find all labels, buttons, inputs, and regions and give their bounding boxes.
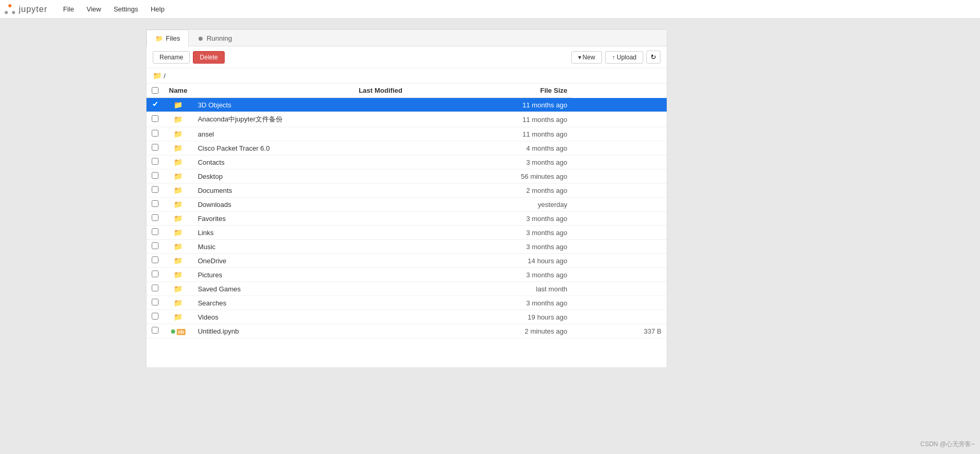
table-row[interactable]: nbUntitled.ipynb2 minutes ago337 B (146, 324, 667, 338)
row-modified-cell: 11 months ago (408, 98, 572, 112)
table-row[interactable]: 📁Cisco Packet Tracer 6.04 months ago (146, 141, 667, 155)
row-checkbox[interactable] (152, 186, 158, 193)
row-icon-cell: 📁 (164, 296, 192, 310)
file-list-body: 📁3D Objects11 months ago📁Anaconda中jupyte… (146, 98, 667, 338)
row-checkbox-cell (146, 183, 164, 198)
row-modified-cell: 3 months ago (408, 226, 572, 240)
top-bar: jupyter FileViewSettingsHelp (0, 0, 980, 19)
row-modified-cell: yesterday (408, 198, 572, 212)
menu-item-help[interactable]: Help (145, 3, 170, 15)
row-name-cell: Favorites (192, 212, 408, 226)
row-checkbox[interactable] (152, 101, 158, 107)
new-label: New (583, 54, 595, 61)
row-checkbox-cell (146, 141, 164, 155)
table-header-row: Name Last Modified File Size (146, 83, 667, 98)
row-checkbox[interactable] (152, 214, 158, 221)
file-name: Favorites (198, 215, 225, 223)
table-row[interactable]: 📁ansel11 months ago (146, 127, 667, 141)
row-checkbox[interactable] (152, 172, 158, 179)
row-checkbox[interactable] (152, 242, 158, 249)
row-checkbox-cell (146, 282, 164, 296)
delete-button[interactable]: Delete (193, 51, 225, 64)
folder-icon: 📁 (174, 299, 182, 307)
row-checkbox[interactable] (152, 271, 158, 277)
menu-item-view[interactable]: View (81, 3, 106, 15)
folder-icon: 📁 (174, 172, 182, 180)
row-checkbox[interactable] (152, 327, 158, 334)
folder-icon: 📁 (174, 313, 182, 321)
row-name-cell: Downloads (192, 198, 408, 212)
new-button[interactable]: ▾ New (571, 51, 602, 64)
row-name-cell: Searches (192, 296, 408, 310)
table-row[interactable]: 📁Links3 months ago (146, 226, 667, 240)
file-name: Downloads (198, 201, 231, 208)
row-name-cell: OneDrive (192, 254, 408, 268)
header-name[interactable]: Name (164, 83, 192, 98)
row-checkbox[interactable] (152, 158, 158, 165)
row-size-cell (572, 226, 667, 240)
row-checkbox[interactable] (152, 285, 158, 291)
row-checkbox[interactable] (152, 256, 158, 263)
table-row[interactable]: 📁Desktop56 minutes ago (146, 169, 667, 183)
tab-files[interactable]: 📁 Files (146, 30, 189, 46)
table-row[interactable]: 📁Downloadsyesterday (146, 198, 667, 212)
header-last-modified[interactable]: Last Modified (192, 83, 408, 98)
select-all-checkbox[interactable] (152, 87, 158, 94)
menu-item-file[interactable]: File (58, 3, 79, 15)
row-size-cell (572, 282, 667, 296)
table-row[interactable]: 📁Documents2 months ago (146, 183, 667, 198)
row-size-cell (572, 254, 667, 268)
breadcrumb-path: / (164, 72, 166, 80)
file-name: Cisco Packet Tracer 6.0 (198, 144, 270, 152)
row-modified-cell: 11 months ago (408, 112, 572, 127)
table-row[interactable]: 📁Saved Gameslast month (146, 282, 667, 296)
table-row[interactable]: 📁Videos19 hours ago (146, 310, 667, 324)
menu-item-settings[interactable]: Settings (108, 3, 143, 15)
tab-running[interactable]: ⏺ Running (189, 30, 240, 46)
row-name-cell: Pictures (192, 268, 408, 282)
folder-icon: 📁 (174, 101, 182, 109)
table-row[interactable]: 📁Anaconda中jupyter文件备份11 months ago (146, 112, 667, 127)
row-size-cell (572, 155, 667, 169)
row-checkbox[interactable] (152, 130, 158, 137)
refresh-button[interactable]: ↻ (646, 51, 660, 64)
row-modified-cell: 3 months ago (408, 268, 572, 282)
row-checkbox-cell (146, 169, 164, 183)
row-name-cell: 3D Objects (192, 98, 408, 112)
row-size-cell (572, 212, 667, 226)
row-name-cell: Cisco Packet Tracer 6.0 (192, 141, 408, 155)
logo-area: jupyter (4, 4, 47, 15)
table-row[interactable]: 📁Pictures3 months ago (146, 268, 667, 282)
jupyter-logo-icon (4, 4, 16, 15)
row-name-cell: Videos (192, 310, 408, 324)
file-name: Saved Games (198, 285, 240, 293)
table-row[interactable]: 📁Favorites3 months ago (146, 212, 667, 226)
row-size-cell (572, 296, 667, 310)
row-checkbox[interactable] (152, 313, 158, 320)
row-modified-cell: 56 minutes ago (408, 169, 572, 183)
file-name: Anaconda中jupyter文件备份 (198, 115, 283, 123)
row-checkbox[interactable] (152, 200, 158, 207)
folder-icon: 📁 (174, 242, 182, 251)
row-size-cell (572, 169, 667, 183)
row-name-cell: Untitled.ipynb (192, 324, 408, 338)
row-checkbox[interactable] (152, 228, 158, 235)
header-file-size[interactable]: File Size (408, 83, 572, 98)
svg-point-2 (12, 11, 15, 14)
table-row[interactable]: 📁Music3 months ago (146, 240, 667, 254)
row-name-cell: Desktop (192, 169, 408, 183)
row-checkbox[interactable] (152, 299, 158, 305)
row-name-cell: Links (192, 226, 408, 240)
row-name-cell: Music (192, 240, 408, 254)
table-row[interactable]: 📁Contacts3 months ago (146, 155, 667, 169)
rename-button[interactable]: Rename (153, 51, 190, 64)
table-row[interactable]: 📁3D Objects11 months ago (146, 98, 667, 112)
upload-icon: ↑ (612, 54, 615, 61)
upload-button[interactable]: ↑ Upload (605, 51, 643, 64)
toolbar-left: Rename Delete (153, 51, 225, 64)
row-checkbox[interactable] (152, 144, 158, 151)
row-checkbox[interactable] (152, 115, 158, 122)
table-row[interactable]: 📁Searches3 months ago (146, 296, 667, 310)
table-row[interactable]: 📁OneDrive14 hours ago (146, 254, 667, 268)
file-name: OneDrive (198, 257, 226, 265)
